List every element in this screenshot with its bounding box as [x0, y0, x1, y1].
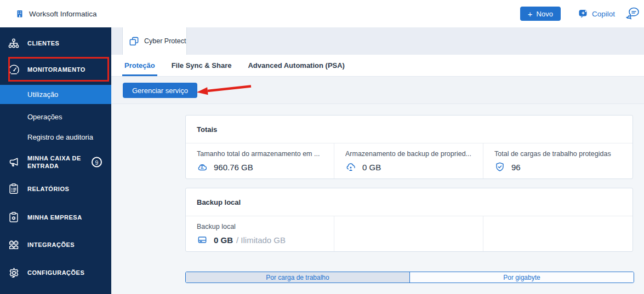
gauge-icon [7, 64, 20, 76]
totals-card-header: Totais [186, 116, 632, 143]
copilot-label: Copilot [592, 10, 615, 18]
brand-label: Worksoft Informatica [29, 10, 97, 18]
card-cell-empty [334, 216, 483, 251]
clipboard-list-icon [7, 183, 20, 195]
segment-por-carga-de-trabalho[interactable]: Por carga de trabalho [186, 272, 409, 283]
novo-button[interactable]: + Novo [520, 7, 561, 21]
cell-value: 960.76 GB [214, 163, 253, 172]
sidebar: CLIENTES MONITORAMENTO Utilização Operaç… [0, 27, 111, 294]
top-bar: Worksoft Informatica + Novo Copilot [0, 0, 644, 27]
sidebar-item-minha-empresa[interactable]: MINHA EMPRESA [0, 208, 111, 227]
org-chart-icon [7, 37, 20, 49]
copilot-button[interactable]: Copilot [579, 9, 615, 18]
action-row: Gerenciar serviço [111, 77, 644, 104]
hard-drive-icon [197, 234, 208, 245]
owned-backup-storage-cell: Armazenamento de backup de propried... 0… [334, 143, 483, 178]
sidebar-item-operacoes[interactable]: Operações [0, 107, 111, 126]
megaphone-icon [7, 156, 20, 169]
cell-label: Total de cargas de trabalho protegidas [494, 150, 625, 158]
gear-icon [7, 267, 20, 279]
tab-protecao[interactable]: Proteção [124, 55, 155, 76]
cloud-person-icon [345, 162, 356, 172]
plus-icon: + [528, 10, 533, 18]
sidebar-item-utilizacao[interactable]: Utilização [0, 85, 111, 104]
sidebar-item-registro-auditoria[interactable]: Registro de auditoria [0, 128, 111, 146]
local-backup-card: Backup local Backup local 0 GB [185, 188, 633, 252]
cell-value: 0 GB [362, 163, 381, 172]
sidebar-item-label: CLIENTES [27, 39, 76, 47]
protection-tabs: Proteção File Sync & Share Advanced Auto… [111, 55, 644, 77]
card-cell-empty [483, 216, 632, 251]
chat-bubbles-icon[interactable] [625, 7, 640, 21]
cell-label: Backup local [197, 223, 326, 230]
cell-label: Armazenamento de backup de propried... [345, 150, 475, 158]
copilot-icon [579, 9, 588, 18]
manage-service-button[interactable]: Gerenciar serviço [123, 83, 197, 98]
topbar-actions: + Novo Copilot [520, 7, 644, 21]
sigma-glyph: Σ [197, 162, 208, 172]
sidebar-item-label: RELATÓRIOS [27, 185, 86, 193]
sidebar-item-label: MONITORAMENTO [27, 66, 102, 73]
sidebar-item-label: MINHA EMPRESA [27, 214, 99, 221]
sidebar-item-label: INTEGRAÇÕES [27, 241, 91, 249]
overlapping-squares-icon [129, 36, 139, 47]
brand-selector[interactable]: Worksoft Informatica [0, 9, 97, 18]
total-storage-cell: Tamanho total do armazenamento em ... Σ … [186, 143, 334, 178]
card-title: Totais [197, 125, 217, 134]
inbox-count-badge: 9 [92, 157, 102, 168]
sidebar-item-relatorios[interactable]: RELATÓRIOS [0, 180, 111, 198]
cell-value: 0 GB [214, 235, 233, 245]
clipboard-gear-icon [7, 211, 20, 223]
card-title: Backup local [197, 198, 241, 206]
building-icon [15, 9, 24, 18]
service-tab-label: Cyber Protect [144, 37, 186, 45]
sidebar-item-label: Utilização [27, 90, 58, 99]
tab-file-sync-share[interactable]: File Sync & Share [172, 55, 232, 76]
protected-workloads-cell: Total de cargas de trabalho protegidas 9… [483, 143, 632, 178]
content-area: Totais Tamanho total do armazenamento em… [111, 104, 644, 294]
sidebar-item-clientes[interactable]: CLIENTES [0, 34, 111, 53]
puzzle-grid-icon [7, 239, 20, 251]
cell-value: 96 [511, 163, 521, 172]
cell-quota-suffix: / Ilimitado GB [236, 235, 286, 245]
cloud-sigma-icon: Σ [197, 162, 208, 172]
tab-cyber-protect[interactable]: Cyber Protect [122, 27, 187, 55]
totals-card: Totais Tamanho total do armazenamento em… [185, 115, 633, 179]
local-backup-cell: Backup local 0 GB / Ilimitado GB [186, 216, 334, 251]
local-backup-card-header: Backup local [186, 188, 632, 216]
sidebar-item-label: Registro de auditoria [27, 133, 93, 141]
sidebar-item-integracoes[interactable]: INTEGRAÇÕES [0, 235, 111, 254]
novo-button-label: Novo [537, 10, 553, 18]
shield-check-icon [494, 162, 505, 172]
sidebar-item-monitoramento[interactable]: MONITORAMENTO [0, 60, 111, 79]
usage-view-segmented-control: Por carga de trabalho Por gigabyte [185, 272, 634, 283]
cell-label: Tamanho total do armazenamento em ... [197, 150, 326, 158]
sidebar-item-minha-caixa-entrada[interactable]: MINHA CAIXA DE ENTRADA 9 [0, 149, 111, 175]
main-area: Cyber Protect Proteção File Sync & Share… [111, 27, 644, 294]
sidebar-item-configuracoes[interactable]: CONFIGURAÇÕES [0, 263, 111, 282]
service-tab-strip: Cyber Protect [111, 27, 644, 55]
totals-card-cells: Tamanho total do armazenamento em ... Σ … [186, 143, 632, 178]
sidebar-item-label: CONFIGURAÇÕES [27, 269, 101, 276]
segment-por-gigabyte[interactable]: Por gigabyte [409, 272, 634, 283]
tab-advanced-automation-psa[interactable]: Advanced Automation (PSA) [248, 55, 344, 76]
local-backup-card-cells: Backup local 0 GB / Ilimitado GB [186, 216, 632, 251]
sidebar-item-label: Operações [27, 113, 62, 121]
